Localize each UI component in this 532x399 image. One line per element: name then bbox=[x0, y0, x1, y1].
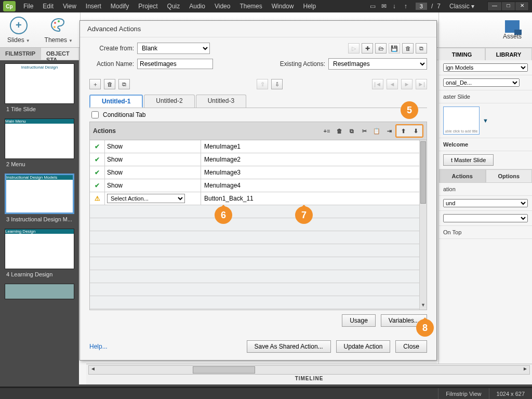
und-select[interactable]: und bbox=[443, 199, 528, 207]
timeline-label[interactable]: TIMELINE bbox=[86, 375, 532, 382]
status-dims: 1024 x 627 bbox=[489, 388, 532, 399]
duplicate-decision-icon[interactable]: ⧉ bbox=[118, 79, 130, 89]
scroll-down-icon[interactable]: ▼ bbox=[420, 302, 427, 310]
close-button[interactable]: ✕ bbox=[515, 2, 528, 10]
models-select[interactable]: ign Models bbox=[443, 63, 528, 72]
menu-quiz[interactable]: Quiz bbox=[163, 3, 185, 10]
add-icon[interactable]: ✚ bbox=[362, 43, 373, 54]
arrow-down-icon[interactable]: ↓ bbox=[393, 3, 400, 10]
menu-project[interactable]: Project bbox=[134, 3, 162, 10]
select-action-dropdown[interactable]: Select Action... bbox=[107, 194, 185, 203]
slide-thumb-1[interactable]: Instructional Design 1 Title Slide bbox=[2, 63, 77, 112]
menu-insert[interactable]: Insert bbox=[81, 3, 106, 10]
copy-icon[interactable]: ⧉ bbox=[416, 43, 427, 54]
table-row[interactable]: ✔ Show MenuImage3 bbox=[90, 166, 419, 179]
delete-row-icon[interactable]: 🗑 bbox=[333, 126, 345, 136]
import-icon[interactable]: ⇪ bbox=[257, 79, 268, 89]
existing-actions-select[interactable]: ResetImages bbox=[328, 58, 427, 70]
maximize-button[interactable]: □ bbox=[501, 2, 515, 10]
slide-thumb-3[interactable]: Instructional Design Models 3 Instructio… bbox=[2, 174, 77, 222]
tab-filmstrip[interactable]: FILMSTRIP bbox=[0, 48, 41, 60]
trash-icon[interactable]: 🗑 bbox=[402, 43, 414, 54]
prev-icon[interactable]: ◄ bbox=[387, 79, 398, 89]
slide-thumb-2[interactable]: Main Menu 2 Menu bbox=[2, 118, 77, 167]
svg-point-1 bbox=[58, 20, 60, 22]
vertical-scrollbar[interactable]: ▲ ▼ bbox=[419, 140, 427, 310]
chevron-down-icon[interactable]: ▼ bbox=[483, 117, 488, 124]
minimize-button[interactable]: — bbox=[488, 2, 501, 10]
status-view: Filmstrip View bbox=[438, 388, 488, 399]
conditional-checkbox[interactable] bbox=[91, 111, 99, 118]
assets-tool[interactable]: Assets bbox=[503, 20, 522, 40]
close-dialog-button[interactable]: Close bbox=[395, 340, 427, 353]
menu-view[interactable]: View bbox=[58, 3, 81, 10]
master-thumb[interactable]: uble click to add title bbox=[443, 107, 480, 135]
next-icon[interactable]: ► bbox=[401, 79, 413, 89]
slide-thumb-4[interactable]: Learning Design 4 Learning Design bbox=[2, 229, 77, 277]
delete-decision-icon[interactable]: 🗑 bbox=[104, 79, 115, 89]
tab-object-state[interactable]: OBJECT STA bbox=[41, 48, 79, 60]
properties-panel: ign Models onal_De... aster Slide uble c… bbox=[438, 60, 532, 384]
last-icon[interactable]: ►| bbox=[416, 79, 427, 89]
decision-tab-2[interactable]: Untitled-2 bbox=[144, 95, 194, 108]
decision-tab-3[interactable]: Untitled-3 bbox=[196, 95, 246, 108]
insert-row-icon[interactable]: ⇥ bbox=[383, 126, 395, 136]
scroll-left-icon[interactable]: ◄ bbox=[89, 366, 97, 374]
themes-tool[interactable]: Themes▼ bbox=[45, 17, 73, 44]
subtab-actions[interactable]: Actions bbox=[439, 169, 486, 183]
move-down-icon[interactable]: ⬇ bbox=[409, 126, 422, 136]
save-icon[interactable]: 💾 bbox=[389, 43, 400, 54]
workspace-selector[interactable]: Classic ▾ bbox=[445, 3, 479, 10]
add-row-icon[interactable]: +≡ bbox=[321, 126, 333, 136]
actions-header: Actions bbox=[93, 127, 116, 135]
decision-tab-1[interactable]: Untitled-1 bbox=[89, 95, 143, 108]
de-select[interactable]: onal_De... bbox=[443, 78, 520, 87]
slides-tool[interactable]: + Slides▼ bbox=[7, 17, 30, 44]
action-name-input[interactable] bbox=[137, 59, 213, 69]
scroll-thumb[interactable] bbox=[193, 366, 255, 374]
menu-help[interactable]: Help bbox=[298, 3, 321, 10]
save-shared-button[interactable]: Save As Shared Action... bbox=[247, 340, 331, 353]
arrow-up-icon[interactable]: ↑ bbox=[404, 3, 411, 10]
subtab-options[interactable]: Options bbox=[486, 169, 533, 183]
blank-select[interactable] bbox=[443, 214, 528, 222]
folder-icon[interactable]: 🗁 bbox=[375, 43, 387, 54]
menu-modify[interactable]: Modify bbox=[106, 3, 134, 10]
callout-7: 7 bbox=[295, 206, 313, 224]
menu-window[interactable]: Window bbox=[267, 3, 299, 10]
preview-icon[interactable]: ▭ bbox=[370, 3, 377, 10]
first-icon[interactable]: |◄ bbox=[372, 79, 383, 89]
play-icon[interactable]: ▷ bbox=[348, 43, 360, 54]
help-link[interactable]: Help... bbox=[89, 343, 108, 350]
tab-timing[interactable]: TIMING bbox=[438, 48, 485, 61]
move-up-icon[interactable]: ⬆ bbox=[397, 126, 409, 136]
table-row[interactable]: ✔ Show MenuImage2 bbox=[90, 153, 419, 166]
scroll-right-icon[interactable]: ► bbox=[521, 366, 529, 374]
table-row[interactable]: ⚠ Select Action... Button1_Back_11 bbox=[90, 192, 419, 205]
horizontal-scrollbar[interactable]: ◄ ► bbox=[88, 365, 530, 375]
paste-row-icon[interactable]: 📋 bbox=[370, 126, 383, 136]
menu-file[interactable]: File bbox=[19, 3, 38, 10]
tab-library[interactable]: LIBRARY bbox=[485, 48, 532, 61]
cut-row-icon[interactable]: ✂ bbox=[358, 126, 370, 136]
update-action-button[interactable]: Update Action bbox=[336, 340, 391, 353]
scroll-thumb[interactable] bbox=[420, 141, 426, 204]
menu-themes[interactable]: Themes bbox=[235, 3, 267, 10]
menu-edit[interactable]: Edit bbox=[38, 3, 58, 10]
usage-button[interactable]: Usage bbox=[342, 314, 376, 327]
slide-thumb-5[interactable] bbox=[2, 284, 77, 299]
menu-audio[interactable]: Audio bbox=[184, 3, 210, 10]
menu-video[interactable]: Video bbox=[210, 3, 235, 10]
table-row[interactable]: ✔ Show MenuImage1 bbox=[90, 140, 419, 153]
table-row[interactable]: ✔ Show MenuImage4 bbox=[90, 179, 419, 192]
filmstrip-panel: Instructional Design 1 Title Slide Main … bbox=[0, 60, 79, 384]
mail-icon[interactable]: ✉ bbox=[381, 3, 389, 10]
page-current[interactable]: 3 bbox=[416, 3, 427, 10]
export-icon[interactable]: ⇩ bbox=[271, 79, 283, 89]
reset-master-button[interactable]: t Master Slide bbox=[443, 154, 494, 166]
copy-row-icon[interactable]: ⧉ bbox=[345, 126, 358, 136]
add-decision-icon[interactable]: ＋ bbox=[89, 79, 101, 89]
check-icon: ✔ bbox=[95, 156, 100, 163]
create-from-select[interactable]: Blank bbox=[137, 43, 210, 54]
titlebar: Cp File Edit View Insert Modify Project … bbox=[0, 0, 532, 12]
